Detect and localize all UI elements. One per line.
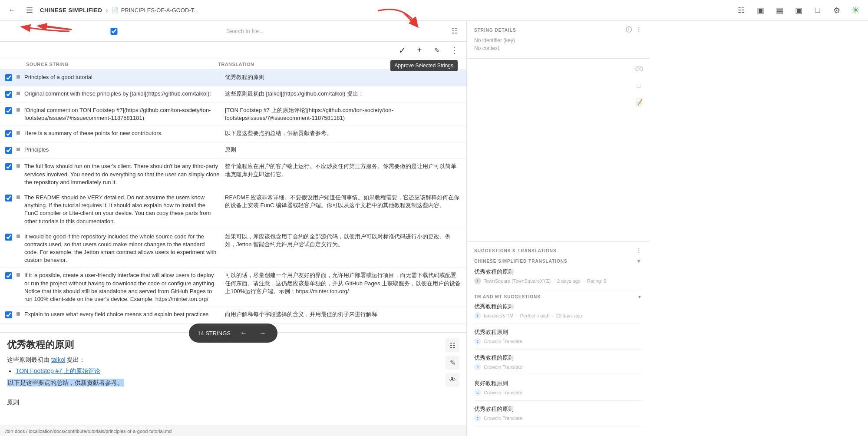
cs-source-name: TownSquare (TownSquareXYZ): [484, 278, 551, 284]
row-indicator-4: [17, 131, 20, 135]
sidebar-translate-icon[interactable]: ⌫: [632, 62, 646, 76]
townsquare-icon: T: [474, 277, 481, 284]
tm-suggestion-meta-4: c Crowdin Translate: [474, 415, 642, 422]
row-checkbox-3[interactable]: [5, 107, 14, 116]
string-context: No context: [474, 45, 642, 51]
tm-suggestion-text-2: 优秀教程的原则: [474, 354, 642, 362]
preview-eye-button[interactable]: 👁: [446, 373, 459, 387]
tm-section-title[interactable]: TM AND MT SUGGESTIONS ▼: [474, 294, 642, 299]
string-rows: Principles of a good tutorial 优秀教程的原则 Or…: [0, 70, 466, 332]
preview-text-2: 提出：: [66, 356, 86, 363]
chat-button[interactable]: □: [811, 3, 825, 17]
string-row[interactable]: Principles of a good tutorial 优秀教程的原则: [0, 70, 466, 86]
string-row[interactable]: Here is a summary of these points for ne…: [0, 126, 466, 142]
preview-text-1: 这些原则最初由: [7, 356, 51, 363]
tm-suggestion-text-3: 良好教程原则: [474, 380, 642, 387]
row-checkbox-8[interactable]: [5, 234, 14, 242]
row-checkbox-5[interactable]: [5, 147, 14, 155]
row-indicator-6: [17, 164, 20, 168]
row-checkbox-4[interactable]: [5, 130, 14, 139]
edit-string-button[interactable]: ✎: [430, 43, 444, 57]
layout-button[interactable]: ▤: [772, 3, 786, 17]
breadcrumb: CHINESE SIMPLIFIED › 📄 PRINCIPLES-OF-A-G…: [40, 7, 198, 14]
row-source-1: Principles of a good tutorial: [24, 73, 220, 81]
top-bar: ← ☰ CHINESE SIMPLIFIED › 📄 PRINCIPLES-OF…: [0, 0, 868, 21]
cs-time-label: 2 days ago: [557, 278, 581, 284]
string-row[interactable]: The full flow should run on the user's c…: [0, 159, 466, 190]
row-indicator-5: [17, 148, 20, 151]
tm-time-0: 20 days ago: [556, 313, 582, 318]
search-input[interactable]: [226, 28, 444, 34]
strings-prev-button[interactable]: ←: [238, 327, 250, 339]
row-source-5: Principles: [24, 146, 220, 154]
string-details-info-icon[interactable]: ⓘ: [626, 26, 632, 34]
tm-source-0: ton-docs's TM: [484, 313, 514, 318]
select-all-checkbox[interactable]: [5, 28, 223, 35]
string-row[interactable]: Explain to users what every field choice…: [0, 307, 466, 324]
cs-translation-item: 优秀教程的原则 T TownSquare (TownSquareXYZ) · 2…: [474, 268, 642, 289]
preview-edit-button[interactable]: ✎: [446, 356, 459, 370]
tm-suggestion-text-4: 优秀教程的原则: [474, 405, 642, 413]
row-source-2: Original comment with these principles b…: [24, 90, 220, 98]
approve-button[interactable]: ✓: [395, 43, 409, 57]
tm-suggestion-item: 良好教程原则 c Crowdin Translate: [474, 380, 642, 401]
cs-translations-title[interactable]: CHINESE SIMPLIFIED TRANSLATIONS ▼: [474, 258, 642, 264]
right-sidebar: STRING DETAILS ⓘ ⋮ No identifier (key) N…: [467, 21, 649, 436]
string-row[interactable]: [Original comment on TON Footstep #7](ht…: [0, 103, 466, 126]
strings-next-button[interactable]: →: [257, 327, 269, 339]
row-checkbox-6[interactable]: [5, 163, 14, 172]
grid-view-button[interactable]: ☷: [734, 3, 748, 17]
string-details-expand-icon[interactable]: ⋮: [636, 26, 642, 34]
string-row[interactable]: Original comment with these principles b…: [0, 86, 466, 103]
tm-source-icon-4: c: [474, 415, 481, 422]
string-row[interactable]: The README should be VERY detailed. Do n…: [0, 190, 466, 229]
row-translation-9: 可以的话，尽量创建一个用户友好的界面，允许用户部署或运行项目，而无需下载代码或配…: [220, 271, 461, 295]
filepath-bar: /ton-docs / localization/docs/contribute…: [0, 426, 466, 436]
string-row[interactable]: It would be good if the repository inclu…: [0, 229, 466, 268]
breadcrumb-filename: PRINCIPLES-OF-A-GOOD-T...: [121, 7, 198, 13]
tm-suggestion-meta-0: t ton-docs's TM ·Perfect match ·20 days …: [474, 312, 642, 319]
source-column-header: SOURCE STRING: [5, 62, 218, 67]
tm-suggestion-text-1: 优秀教程原则: [474, 328, 642, 336]
search-bar: ☷: [0, 21, 466, 42]
tm-source-icon-1: c: [474, 338, 481, 345]
tm-source-1: Crowdin Translate: [484, 339, 522, 344]
row-source-3: [Original comment on TON Footstep #7](ht…: [24, 106, 220, 122]
monitor-button[interactable]: ▣: [753, 3, 767, 17]
square-button[interactable]: ▣: [792, 3, 805, 17]
globe-button[interactable]: ☀: [849, 3, 863, 17]
filter-button[interactable]: ☷: [447, 24, 461, 38]
more-options-button[interactable]: ⋮: [447, 43, 461, 57]
preview-grid-button[interactable]: ☷: [446, 338, 459, 352]
row-translation-3: [TON Footstep #7 上的原始评论](https://github.…: [220, 106, 461, 122]
row-translation-8: 如果可以，库应该包含用于合约的全部源代码，以便用户可以对标准代码进行小的更改。例…: [220, 233, 461, 248]
row-checkbox-9[interactable]: [5, 272, 14, 281]
filepath-text: /ton-docs / localization/docs/contribute…: [5, 429, 172, 434]
suggestions-collapse-icon[interactable]: ⋮: [636, 247, 642, 254]
preview-link-talkol[interactable]: talkol: [51, 356, 66, 363]
add-string-button[interactable]: +: [413, 43, 426, 57]
row-checkbox-10[interactable]: [5, 311, 14, 320]
cs-time: ·: [553, 278, 554, 284]
row-indicator-9: [17, 273, 20, 277]
row-checkbox-2[interactable]: [5, 91, 14, 99]
row-checkbox-7[interactable]: [5, 195, 14, 203]
cs-rating: ·: [583, 278, 584, 284]
row-translation-6: 整个流程应在用户的客户端上运行。不应涉及任何第三方服务。你需要做的是让用户可以简…: [220, 162, 461, 178]
string-row[interactable]: Principles 原则: [0, 142, 466, 159]
sidebar-copy-icon[interactable]: □: [632, 79, 646, 92]
row-source-9: If it is possible, create a user-friendl…: [24, 271, 220, 303]
string-row[interactable]: If it is possible, create a user-friendl…: [0, 268, 466, 307]
row-checkbox-1[interactable]: [5, 74, 14, 83]
string-identifier: No identifier (key): [474, 37, 642, 43]
row-source-7: The README should be VERY detailed. Do n…: [24, 194, 220, 225]
row-translation-1: 优秀教程的原则: [220, 73, 461, 81]
row-translation-10: 向用户解释每个字段选择的含义，并用最佳的例子来进行解释: [220, 310, 461, 318]
menu-button[interactable]: ☰: [23, 3, 36, 17]
settings-button[interactable]: ⚙: [830, 3, 844, 17]
sidebar-history-icon[interactable]: 📝: [632, 95, 646, 109]
sidebar-right-actions: ⌫ □ 📝: [632, 62, 646, 109]
back-button[interactable]: ←: [5, 3, 19, 17]
preview-link-footstep[interactable]: TON Footstep #7 上的原始评论: [16, 367, 100, 374]
file-icon: 📄: [112, 7, 119, 13]
